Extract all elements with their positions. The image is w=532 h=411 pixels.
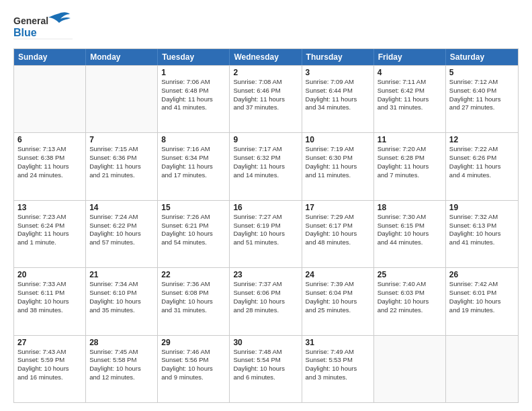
empty-cell xyxy=(446,336,518,402)
logo: General Blue xyxy=(13,11,74,43)
day-info: Sunrise: 7:20 AM Sunset: 6:28 PM Dayligh… xyxy=(378,145,442,179)
weekday-header-friday: Friday xyxy=(374,49,446,65)
day-info: Sunrise: 7:37 AM Sunset: 6:06 PM Dayligh… xyxy=(233,280,298,314)
day-info: Sunrise: 7:16 AM Sunset: 6:34 PM Dayligh… xyxy=(161,145,226,179)
day-number: 12 xyxy=(449,135,515,144)
day-cell-26: 26Sunrise: 7:42 AM Sunset: 6:01 PM Dayli… xyxy=(446,268,518,334)
weekday-header-wednesday: Wednesday xyxy=(230,49,302,65)
day-number: 8 xyxy=(161,135,226,144)
weekday-header-tuesday: Tuesday xyxy=(158,49,230,65)
day-info: Sunrise: 7:42 AM Sunset: 6:01 PM Dayligh… xyxy=(449,280,515,314)
logo-svg: General Blue xyxy=(13,11,74,43)
day-cell-19: 19Sunrise: 7:32 AM Sunset: 6:13 PM Dayli… xyxy=(446,201,518,267)
day-info: Sunrise: 7:40 AM Sunset: 6:03 PM Dayligh… xyxy=(378,280,442,314)
week-row-3: 13Sunrise: 7:23 AM Sunset: 6:24 PM Dayli… xyxy=(14,200,518,267)
day-cell-21: 21Sunrise: 7:34 AM Sunset: 6:10 PM Dayli… xyxy=(86,268,158,334)
day-cell-12: 12Sunrise: 7:22 AM Sunset: 6:26 PM Dayli… xyxy=(446,133,518,199)
day-cell-6: 6Sunrise: 7:13 AM Sunset: 6:38 PM Daylig… xyxy=(14,133,86,199)
day-number: 25 xyxy=(378,270,442,279)
day-number: 3 xyxy=(306,68,370,77)
day-info: Sunrise: 7:19 AM Sunset: 6:30 PM Dayligh… xyxy=(306,145,370,179)
day-info: Sunrise: 7:45 AM Sunset: 5:58 PM Dayligh… xyxy=(89,348,154,382)
day-number: 20 xyxy=(17,270,82,279)
day-number: 2 xyxy=(233,68,298,77)
day-info: Sunrise: 7:06 AM Sunset: 6:48 PM Dayligh… xyxy=(161,78,226,112)
day-cell-22: 22Sunrise: 7:36 AM Sunset: 6:08 PM Dayli… xyxy=(158,268,230,334)
day-info: Sunrise: 7:29 AM Sunset: 6:17 PM Dayligh… xyxy=(306,213,370,247)
day-cell-25: 25Sunrise: 7:40 AM Sunset: 6:03 PM Dayli… xyxy=(374,268,446,334)
day-number: 11 xyxy=(378,135,442,144)
day-cell-13: 13Sunrise: 7:23 AM Sunset: 6:24 PM Dayli… xyxy=(14,201,86,267)
day-info: Sunrise: 7:17 AM Sunset: 6:32 PM Dayligh… xyxy=(233,145,298,179)
day-info: Sunrise: 7:15 AM Sunset: 6:36 PM Dayligh… xyxy=(89,145,154,179)
day-number: 5 xyxy=(449,68,515,77)
day-number: 18 xyxy=(378,203,442,212)
day-info: Sunrise: 7:22 AM Sunset: 6:26 PM Dayligh… xyxy=(449,145,515,179)
day-number: 28 xyxy=(89,338,154,347)
day-number: 22 xyxy=(161,270,226,279)
day-cell-3: 3Sunrise: 7:09 AM Sunset: 6:44 PM Daylig… xyxy=(302,66,374,132)
day-cell-20: 20Sunrise: 7:33 AM Sunset: 6:11 PM Dayli… xyxy=(14,268,86,334)
day-info: Sunrise: 7:33 AM Sunset: 6:11 PM Dayligh… xyxy=(17,280,82,314)
day-number: 19 xyxy=(449,203,515,212)
day-cell-16: 16Sunrise: 7:27 AM Sunset: 6:19 PM Dayli… xyxy=(230,201,302,267)
day-cell-8: 8Sunrise: 7:16 AM Sunset: 6:34 PM Daylig… xyxy=(158,133,230,199)
calendar-header: SundayMondayTuesdayWednesdayThursdayFrid… xyxy=(14,49,518,65)
day-info: Sunrise: 7:49 AM Sunset: 5:53 PM Dayligh… xyxy=(306,348,370,382)
day-cell-5: 5Sunrise: 7:12 AM Sunset: 6:40 PM Daylig… xyxy=(446,66,518,132)
day-info: Sunrise: 7:43 AM Sunset: 5:59 PM Dayligh… xyxy=(17,348,82,382)
day-number: 6 xyxy=(17,135,82,144)
day-info: Sunrise: 7:48 AM Sunset: 5:54 PM Dayligh… xyxy=(233,348,298,382)
day-info: Sunrise: 7:08 AM Sunset: 6:46 PM Dayligh… xyxy=(233,78,298,112)
day-number: 16 xyxy=(233,203,298,212)
day-cell-24: 24Sunrise: 7:39 AM Sunset: 6:04 PM Dayli… xyxy=(302,268,374,334)
day-cell-23: 23Sunrise: 7:37 AM Sunset: 6:06 PM Dayli… xyxy=(230,268,302,334)
day-number: 31 xyxy=(306,338,370,347)
week-row-4: 20Sunrise: 7:33 AM Sunset: 6:11 PM Dayli… xyxy=(14,267,518,334)
day-cell-2: 2Sunrise: 7:08 AM Sunset: 6:46 PM Daylig… xyxy=(230,66,302,132)
svg-text:Blue: Blue xyxy=(13,27,37,38)
day-number: 4 xyxy=(378,68,442,77)
weekday-header-sunday: Sunday xyxy=(14,49,86,65)
day-info: Sunrise: 7:39 AM Sunset: 6:04 PM Dayligh… xyxy=(306,280,370,314)
empty-cell xyxy=(374,336,446,402)
day-info: Sunrise: 7:32 AM Sunset: 6:13 PM Dayligh… xyxy=(449,213,515,247)
day-cell-10: 10Sunrise: 7:19 AM Sunset: 6:30 PM Dayli… xyxy=(302,133,374,199)
day-number: 21 xyxy=(89,270,154,279)
day-info: Sunrise: 7:13 AM Sunset: 6:38 PM Dayligh… xyxy=(17,145,82,179)
day-cell-30: 30Sunrise: 7:48 AM Sunset: 5:54 PM Dayli… xyxy=(230,336,302,402)
day-number: 13 xyxy=(17,203,82,212)
day-info: Sunrise: 7:36 AM Sunset: 6:08 PM Dayligh… xyxy=(161,280,226,314)
day-cell-1: 1Sunrise: 7:06 AM Sunset: 6:48 PM Daylig… xyxy=(158,66,230,132)
weekday-header-thursday: Thursday xyxy=(302,49,374,65)
day-info: Sunrise: 7:11 AM Sunset: 6:42 PM Dayligh… xyxy=(378,78,442,112)
calendar-body: 1Sunrise: 7:06 AM Sunset: 6:48 PM Daylig… xyxy=(14,65,518,402)
day-number: 9 xyxy=(233,135,298,144)
week-row-5: 27Sunrise: 7:43 AM Sunset: 5:59 PM Dayli… xyxy=(14,335,518,402)
empty-cell xyxy=(86,66,158,132)
svg-text:General: General xyxy=(13,15,48,26)
day-number: 26 xyxy=(449,270,515,279)
day-number: 30 xyxy=(233,338,298,347)
day-cell-14: 14Sunrise: 7:24 AM Sunset: 6:22 PM Dayli… xyxy=(86,201,158,267)
day-cell-17: 17Sunrise: 7:29 AM Sunset: 6:17 PM Dayli… xyxy=(302,201,374,267)
week-row-1: 1Sunrise: 7:06 AM Sunset: 6:48 PM Daylig… xyxy=(14,65,518,132)
day-number: 1 xyxy=(161,68,226,77)
day-number: 17 xyxy=(306,203,370,212)
day-number: 29 xyxy=(161,338,226,347)
page-header: General Blue xyxy=(13,11,519,43)
weekday-header-monday: Monday xyxy=(86,49,158,65)
day-number: 24 xyxy=(306,270,370,279)
day-number: 14 xyxy=(89,203,154,212)
day-cell-31: 31Sunrise: 7:49 AM Sunset: 5:53 PM Dayli… xyxy=(302,336,374,402)
day-info: Sunrise: 7:09 AM Sunset: 6:44 PM Dayligh… xyxy=(306,78,370,112)
day-cell-18: 18Sunrise: 7:30 AM Sunset: 6:15 PM Dayli… xyxy=(374,201,446,267)
day-info: Sunrise: 7:23 AM Sunset: 6:24 PM Dayligh… xyxy=(17,213,82,247)
calendar: SundayMondayTuesdayWednesdayThursdayFrid… xyxy=(13,48,519,403)
week-row-2: 6Sunrise: 7:13 AM Sunset: 6:38 PM Daylig… xyxy=(14,132,518,199)
calendar-page: General Blue SundayMondayTuesdayWednesda… xyxy=(0,0,532,411)
day-info: Sunrise: 7:34 AM Sunset: 6:10 PM Dayligh… xyxy=(89,280,154,314)
day-info: Sunrise: 7:12 AM Sunset: 6:40 PM Dayligh… xyxy=(449,78,515,112)
day-number: 7 xyxy=(89,135,154,144)
day-info: Sunrise: 7:26 AM Sunset: 6:21 PM Dayligh… xyxy=(161,213,226,247)
